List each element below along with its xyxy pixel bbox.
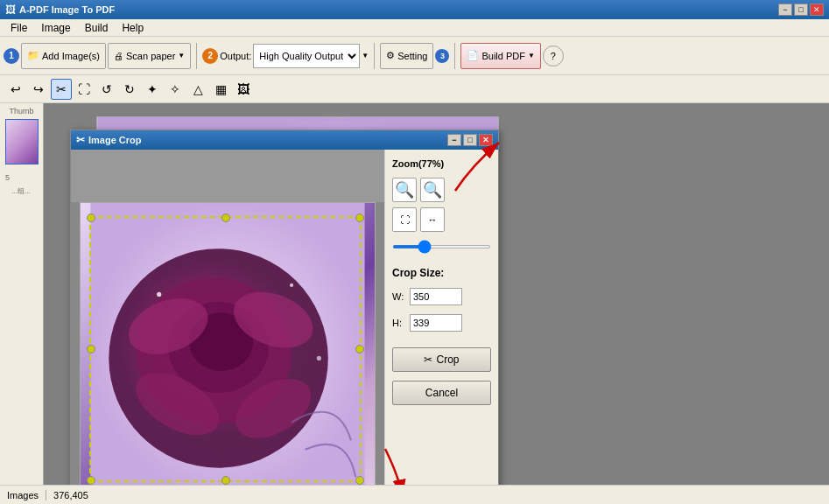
crop-size-label: Crop Size: bbox=[392, 267, 491, 279]
output-quality-select[interactable]: High Quality Output bbox=[253, 44, 360, 68]
output-label: Output: bbox=[220, 51, 251, 61]
zoom-slider-container bbox=[392, 239, 491, 251]
scan-icon: 🖨 bbox=[114, 51, 123, 61]
menu-image[interactable]: Image bbox=[34, 20, 77, 36]
dialog-close-button[interactable]: ✕ bbox=[479, 134, 493, 146]
app-title: A-PDF Image To PDF bbox=[19, 4, 778, 15]
thumb-text: ...组... bbox=[2, 186, 40, 196]
height-input[interactable] bbox=[410, 314, 462, 332]
app-icon: 🖼 bbox=[5, 4, 16, 16]
main-area: Thumb 5 ...组... bbox=[0, 103, 829, 485]
cancel-button[interactable]: Cancel bbox=[392, 381, 491, 405]
zoom-fit-buttons: ⛶ ↔ bbox=[392, 207, 491, 232]
crop-rose-svg bbox=[81, 203, 375, 485]
close-button[interactable]: ✕ bbox=[810, 4, 824, 16]
width-label: W: bbox=[392, 291, 406, 302]
status-bar: Images 376,405 bbox=[0, 485, 829, 504]
toolbar-sep-3 bbox=[454, 43, 455, 69]
svg-point-25 bbox=[290, 284, 293, 287]
toolbar-group-3: ⚙ Setting 3 bbox=[380, 43, 449, 69]
brightness-button[interactable]: ✦ bbox=[142, 79, 163, 100]
zoom-slider-input[interactable] bbox=[392, 245, 491, 248]
content-area: ✂ Image Crop − □ ✕ bbox=[44, 103, 829, 485]
toolbar-group-2: 2 Output: High Quality Output ▼ bbox=[202, 44, 369, 68]
cancel-button-label: Cancel bbox=[425, 387, 458, 399]
dialog-title-controls: − □ ✕ bbox=[447, 134, 493, 146]
dialog-maximize-button[interactable]: □ bbox=[463, 134, 477, 146]
fit-page-icon: ⛶ bbox=[400, 214, 410, 225]
zoom-label: Zoom(77%) bbox=[392, 158, 491, 169]
thumbnail-panel: Thumb 5 ...组... bbox=[0, 103, 44, 485]
width-field: W: bbox=[392, 288, 491, 305]
title-bar-controls: − □ ✕ bbox=[778, 4, 824, 16]
menu-help[interactable]: Help bbox=[115, 20, 151, 36]
dialog-body: Zoom(77%) 🔍 🔍 ⛶ ↔ bbox=[71, 150, 498, 485]
setting-icon: ⚙ bbox=[386, 50, 395, 61]
zoom-in-icon: 🔍 bbox=[395, 180, 414, 200]
status-images-label: Images bbox=[7, 490, 46, 500]
thumbnail-item[interactable] bbox=[5, 119, 39, 164]
title-bar: 🖼 A-PDF Image To PDF − □ ✕ bbox=[0, 0, 829, 19]
dialog-title-text: Image Crop bbox=[88, 135, 142, 145]
minimize-button[interactable]: − bbox=[778, 4, 792, 16]
crop-button-icon: ✂ bbox=[424, 354, 432, 366]
pdf-icon: 📄 bbox=[467, 50, 479, 61]
toolbar-group-4: 📄 Build PDF ▼ ? bbox=[460, 43, 563, 69]
crop-button-label: Crop bbox=[436, 354, 459, 366]
add-images-button[interactable]: 📁 Add Image(s) bbox=[21, 43, 106, 69]
step-3-badge: 3 bbox=[435, 49, 449, 63]
zoom-fit-button[interactable]: ⛶ bbox=[74, 79, 95, 100]
scan-paper-button[interactable]: 🖨 Scan paper ▼ bbox=[108, 43, 191, 69]
thumb-panel-label: Thumb bbox=[9, 107, 33, 116]
toolbar-sep-1 bbox=[196, 43, 197, 69]
output-dropdown-icon: ▼ bbox=[362, 52, 369, 60]
rotate-ccw-button[interactable]: ↺ bbox=[96, 79, 117, 100]
svg-point-26 bbox=[317, 356, 321, 360]
triangle-button[interactable]: △ bbox=[187, 79, 208, 100]
thumbnail-image bbox=[6, 120, 38, 164]
zoom-out-icon: 🔍 bbox=[423, 180, 442, 200]
status-coordinates: 376,405 bbox=[53, 490, 88, 500]
image-crop-dialog: ✂ Image Crop − □ ✕ bbox=[70, 130, 499, 485]
svg-point-24 bbox=[157, 292, 161, 297]
fit-page-button[interactable]: ⛶ bbox=[392, 207, 417, 232]
rotate-cw-button[interactable]: ↻ bbox=[119, 79, 140, 100]
menu-bar: File Image Build Help bbox=[0, 19, 829, 37]
preview-top-gray bbox=[71, 150, 384, 202]
zoom-in-button[interactable]: 🔍 bbox=[392, 178, 417, 202]
dialog-controls-panel: Zoom(77%) 🔍 🔍 ⛶ ↔ bbox=[384, 150, 498, 485]
dialog-title-bar: ✂ Image Crop − □ ✕ bbox=[71, 130, 498, 150]
crop-tool-button[interactable]: ✂ bbox=[51, 79, 72, 100]
menu-file[interactable]: File bbox=[4, 20, 34, 36]
help-button[interactable]: ? bbox=[543, 46, 564, 66]
zoom-out-button[interactable]: 🔍 bbox=[420, 178, 445, 202]
dialog-title-icon: ✂ bbox=[76, 134, 85, 146]
redo-button[interactable]: ↪ bbox=[28, 79, 49, 100]
step-1-badge: 1 bbox=[4, 48, 19, 64]
zoom-buttons: 🔍 🔍 bbox=[392, 178, 491, 202]
width-input[interactable] bbox=[410, 288, 462, 305]
setting-button[interactable]: ⚙ Setting bbox=[380, 43, 433, 69]
add-images-icon: 📁 bbox=[27, 50, 39, 61]
fit-width-button[interactable]: ↔ bbox=[420, 207, 445, 232]
contrast-button[interactable]: ✧ bbox=[165, 79, 186, 100]
height-label: H: bbox=[392, 318, 406, 328]
maximize-button[interactable]: □ bbox=[794, 4, 808, 16]
toolbar-sep-2 bbox=[374, 43, 375, 69]
fit-width-icon: ↔ bbox=[428, 214, 438, 225]
step-2-badge: 2 bbox=[202, 48, 218, 64]
thumb-page-number: 5 bbox=[5, 173, 10, 182]
menu-build[interactable]: Build bbox=[78, 20, 116, 36]
scan-dropdown-icon: ▼ bbox=[178, 52, 185, 60]
grid-button[interactable]: ▦ bbox=[210, 79, 231, 100]
image-edit-button[interactable]: 🖼 bbox=[233, 79, 254, 100]
status-right-panel bbox=[654, 486, 829, 504]
zoom-slider-track[interactable] bbox=[392, 239, 491, 251]
crop-button[interactable]: ✂ Crop bbox=[392, 347, 491, 372]
height-field: H: bbox=[392, 314, 491, 332]
icon-toolbar: ↩ ↪ ✂ ⛶ ↺ ↻ ✦ ✧ △ ▦ 🖼 bbox=[0, 75, 829, 103]
build-pdf-button[interactable]: 📄 Build PDF ▼ bbox=[460, 43, 540, 69]
undo-button[interactable]: ↩ bbox=[5, 79, 26, 100]
dialog-minimize-button[interactable]: − bbox=[447, 134, 461, 146]
main-toolbar: 1 📁 Add Image(s) 🖨 Scan paper ▼ 2 Output… bbox=[0, 37, 829, 75]
